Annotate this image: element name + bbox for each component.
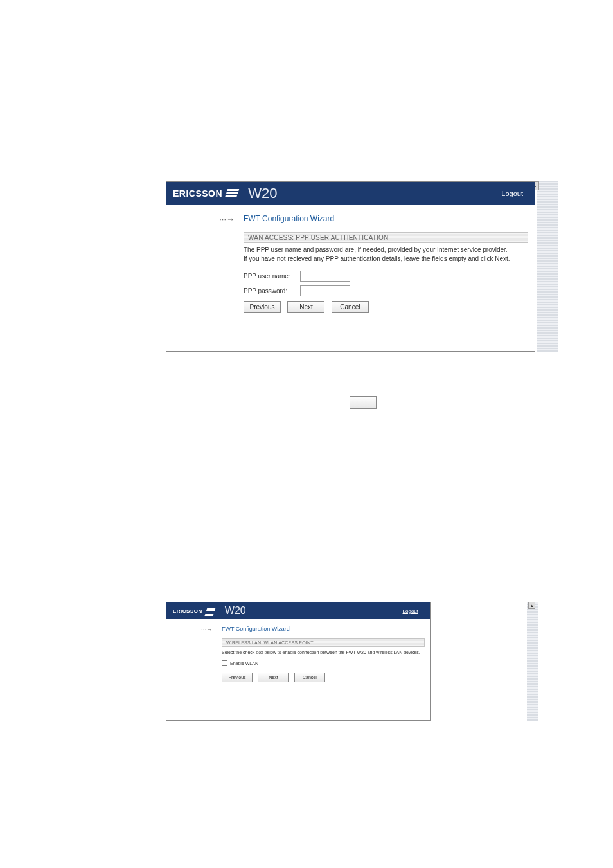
section-description: Select the check box below to enable con… — [222, 649, 425, 655]
inline-next-button[interactable] — [350, 396, 377, 409]
cancel-button[interactable]: Cancel — [294, 673, 325, 682]
screenshot-wlan-ap: ERICSSON W20 Logout ···→ FWT Configurati… — [166, 602, 431, 721]
page-margin-stripe — [527, 602, 538, 721]
model-name: W20 — [225, 605, 246, 617]
logout-link[interactable]: Logout — [501, 190, 523, 197]
screenshot-ppp-auth: ERICSSON W20 Logout ···→ FWT Configurati… — [166, 181, 535, 352]
ppp-password-input[interactable] — [300, 285, 350, 296]
enable-wlan-checkbox[interactable] — [222, 660, 227, 666]
brand-name: ERICSSON — [173, 608, 202, 614]
app-header: ERICSSON W20 Logout — [166, 182, 535, 205]
cancel-button[interactable]: Cancel — [332, 301, 369, 313]
section-heading: WAN ACCESS: PPP USER AUTHENTICATION — [244, 232, 528, 243]
previous-button[interactable]: Previous — [222, 673, 253, 682]
previous-button[interactable]: Previous — [244, 301, 281, 313]
wizard-title: FWT Configuration Wizard — [222, 626, 425, 632]
desc-line: If you have not recieved any PPP authent… — [244, 255, 510, 262]
ppp-password-label: PPP password: — [244, 287, 300, 294]
next-button[interactable]: Next — [258, 673, 289, 682]
model-name: W20 — [248, 185, 277, 202]
ppp-user-label: PPP user name: — [244, 273, 300, 280]
section-heading: WIRELESS LAN: WLAN ACCESS POINT — [222, 638, 425, 647]
brand-stripes-icon — [225, 189, 240, 198]
app-header: ERICSSON W20 Logout — [166, 602, 430, 619]
logout-link[interactable]: Logout — [403, 608, 418, 614]
page-margin-stripe — [537, 181, 558, 352]
brand-stripes-icon — [205, 608, 215, 614]
section-description: The PPP user name and password are, if n… — [244, 246, 528, 263]
brand-name: ERICSSON — [173, 188, 222, 199]
wizard-step-arrow: ···→ — [172, 626, 222, 682]
scrollbar-up-button[interactable]: ▴ — [528, 602, 535, 609]
enable-wlan-label: Enable WLAN — [230, 661, 258, 665]
wizard-title: FWT Configuration Wizard — [244, 214, 528, 223]
next-button[interactable]: Next — [287, 301, 324, 313]
ppp-user-input[interactable] — [300, 271, 350, 282]
desc-line: The PPP user name and password are, if n… — [244, 246, 508, 253]
wizard-step-arrow: ···→ — [173, 214, 244, 313]
